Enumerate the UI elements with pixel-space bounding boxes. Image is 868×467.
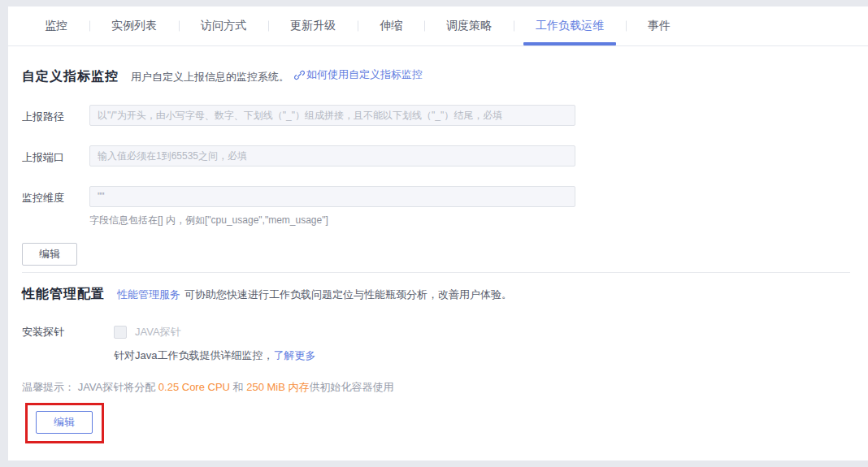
monitor-dimension-row: 监控维度 字段信息包括在[] 内，例如["cpu_usage","mem_usa… <box>22 186 868 227</box>
tip-mem-value: 250 MiB 内存 <box>246 381 309 393</box>
java-probe-checkbox-label: JAVA探针 <box>135 325 181 339</box>
custom-metrics-edit-button[interactable]: 编辑 <box>22 243 77 266</box>
tab-workload-ops[interactable]: 工作负载运维 <box>514 6 626 45</box>
custom-metrics-description: 用户自定义上报信息的监控系统。 <box>131 70 289 84</box>
resource-tip: 温馨提示： JAVA探针将分配 0.25 Core CPU 和 250 MiB … <box>22 380 868 395</box>
custom-metrics-title: 自定义指标监控 <box>22 68 119 85</box>
report-path-row: 上报路径 <box>22 105 868 126</box>
custom-metrics-help-link[interactable]: 如何使用自定义指标监控 <box>289 67 423 82</box>
tab-events[interactable]: 事件 <box>626 6 692 45</box>
tip-suffix: 供初始化容器使用 <box>310 381 394 393</box>
performance-edit-button[interactable]: 编辑 <box>36 411 93 434</box>
tab-upgrade[interactable]: 更新升级 <box>268 6 358 45</box>
tab-scheduling-policy[interactable]: 调度策略 <box>424 6 514 45</box>
content-panel: 监控 实例列表 访问方式 更新升级 伸缩 调度策略 工作负载运维 事件 自定义指… <box>8 6 868 461</box>
performance-title: 性能管理配置 <box>22 286 105 303</box>
performance-description: 可协助您快速进行工作负载问题定位与性能瓶颈分析，改善用户体验。 <box>184 288 512 302</box>
monitor-dimension-label: 监控维度 <box>22 186 89 205</box>
tip-part1: JAVA探针将分配 <box>78 381 158 393</box>
performance-service-link[interactable]: 性能管理服务 <box>117 288 180 302</box>
link-icon <box>294 70 305 80</box>
java-probe-checkbox[interactable] <box>114 326 127 339</box>
help-link-label: 如何使用自定义指标监控 <box>306 67 423 82</box>
report-path-label: 上报路径 <box>22 105 89 124</box>
tip-prefix: 温馨提示： <box>22 381 75 393</box>
tab-bar: 监控 实例列表 访问方式 更新升级 伸缩 调度策略 工作负载运维 事件 <box>8 6 868 46</box>
report-port-row: 上报端口 <box>22 145 868 166</box>
tip-cpu-value: 0.25 Core CPU <box>158 381 230 393</box>
tab-instance-list[interactable]: 实例列表 <box>89 6 179 45</box>
annotated-edit-area: 编辑 <box>25 403 104 443</box>
tab-monitoring[interactable]: 监控 <box>23 6 89 45</box>
monitor-dimension-hint: 字段信息包括在[] 内，例如["cpu_usage","mem_usage"] <box>89 214 575 227</box>
tab-scaling[interactable]: 伸缩 <box>358 6 424 45</box>
install-probe-row: 安装探针 JAVA探针 <box>22 325 868 339</box>
monitor-dimension-input[interactable] <box>89 186 575 207</box>
tab-access-mode[interactable]: 访问方式 <box>179 6 268 45</box>
report-port-label: 上报端口 <box>22 145 89 165</box>
probe-hint-text: 针对Java工作负载提供详细监控， <box>114 349 273 361</box>
learn-more-link[interactable]: 了解更多 <box>273 348 315 363</box>
report-port-input[interactable] <box>89 145 575 166</box>
report-path-input[interactable] <box>89 105 575 126</box>
custom-metrics-section: 自定义指标监控 用户自定义上报信息的监控系统。 如何使用自定义指标监控 上报路径… <box>8 46 868 227</box>
probe-hint: 针对Java工作负载提供详细监控，了解更多 <box>114 348 868 363</box>
install-probe-label: 安装探针 <box>22 325 114 339</box>
performance-section: 性能管理配置 性能管理服务 可协助您快速进行工作负载问题定位与性能瓶颈分析，改善… <box>8 273 868 443</box>
tip-mid: 和 <box>230 381 246 393</box>
